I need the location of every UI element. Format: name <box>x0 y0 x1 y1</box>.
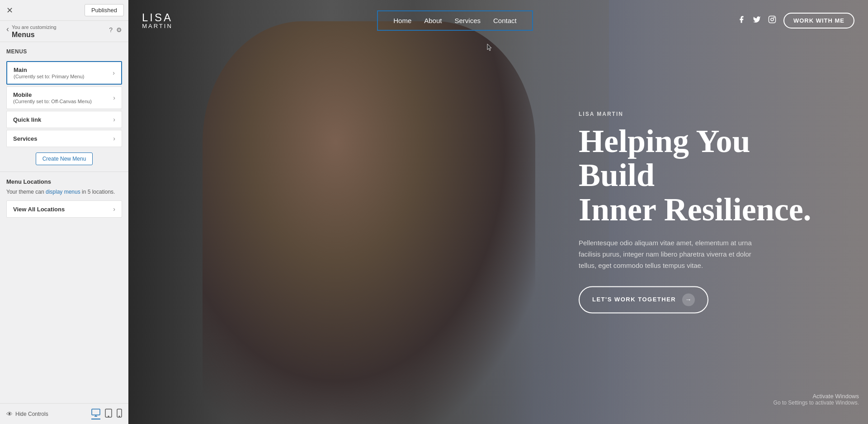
nav-about[interactable]: About <box>418 17 448 24</box>
menus-section: Menus <box>0 42 128 61</box>
close-button[interactable]: ✕ <box>5 4 15 17</box>
chevron-right-icon: › <box>113 94 115 101</box>
customizing-icons: ? ⚙ <box>109 24 122 33</box>
mobile-view-button[interactable] <box>117 409 122 419</box>
create-menu-wrap: Create New Menu <box>0 148 128 172</box>
customizing-bar: ‹ You are customizing Menus ? ⚙ <box>0 21 128 42</box>
customizing-label: You are customizing <box>12 24 109 30</box>
tablet-view-button[interactable] <box>105 409 112 419</box>
menu-item-mobile[interactable]: Mobile (Currently set to: Off-Canvas Men… <box>6 86 122 109</box>
help-button[interactable]: ? <box>109 26 113 33</box>
menu-item-main-sub: (Currently set to: Primary Menu) <box>14 74 84 79</box>
back-button[interactable]: ‹ <box>6 24 12 34</box>
display-menus-link[interactable]: display menus <box>46 189 80 195</box>
work-with-me-button[interactable]: WORK WITH ME <box>783 13 854 29</box>
cta-button[interactable]: LET'S WORK TOGETHER → <box>579 286 708 313</box>
svg-point-4 <box>108 416 109 417</box>
nav-services[interactable]: Services <box>448 17 487 24</box>
activate-windows-title: Activate Windows <box>774 393 859 400</box>
menu-locations-desc: Your theme can display menus in 5 locati… <box>6 188 122 196</box>
menu-item-main-name: Main <box>14 67 84 73</box>
facebook-icon[interactable] <box>737 15 745 26</box>
header-right: WORK WITH ME <box>737 13 854 29</box>
bottom-bar: 👁 Hide Controls <box>0 403 128 424</box>
svg-rect-0 <box>92 409 100 415</box>
windows-activation-watermark: Activate Windows Go to Settings to activ… <box>774 393 859 406</box>
menu-item-services[interactable]: Services › <box>6 130 122 147</box>
device-icons <box>91 409 122 419</box>
published-button[interactable]: Published <box>85 4 124 16</box>
menu-list: Main (Currently set to: Primary Menu) › … <box>0 61 128 148</box>
locations-desc-prefix: Your theme can <box>6 189 46 195</box>
instagram-icon[interactable] <box>768 15 776 26</box>
chevron-right-icon: › <box>113 69 115 76</box>
svg-point-8 <box>771 18 774 21</box>
menu-item-mobile-name: Mobile <box>13 91 92 98</box>
menu-item-quicklink[interactable]: Quick link › <box>6 111 122 128</box>
eye-icon: 👁 <box>6 410 13 418</box>
primary-navigation: Home About Services Contact <box>377 10 533 31</box>
hero-content: LISA MARTIN Helping You Build Inner Resi… <box>579 111 832 313</box>
cta-label: LET'S WORK TOGETHER <box>592 296 676 303</box>
nav-home[interactable]: Home <box>387 17 418 24</box>
locations-desc-suffix: in 5 locations. <box>80 189 115 195</box>
settings-button[interactable]: ⚙ <box>116 26 122 33</box>
logo-first-name: LISA <box>142 12 173 23</box>
hero-author: LISA MARTIN <box>579 111 832 117</box>
menu-item-main[interactable]: Main (Currently set to: Primary Menu) › <box>6 61 122 85</box>
view-all-label: View All Locations <box>13 206 65 213</box>
menu-item-services-name: Services <box>13 135 38 142</box>
hide-controls-button[interactable]: 👁 Hide Controls <box>6 410 48 418</box>
hero-description: Pellentesque odio aliquam vitae amet, el… <box>579 238 769 272</box>
site-header: LISA MARTIN Home About Services Contact <box>128 0 868 41</box>
chevron-right-icon: › <box>113 116 115 123</box>
menu-item-quicklink-name: Quick link <box>13 116 41 123</box>
chevron-right-icon: › <box>113 135 115 142</box>
cta-arrow-icon: → <box>682 293 695 306</box>
svg-point-9 <box>774 17 774 18</box>
menu-item-mobile-sub: (Currently set to: Off-Canvas Menu) <box>13 99 92 104</box>
view-all-locations-item[interactable]: View All Locations › <box>6 200 122 218</box>
customizing-section-title: Menus <box>12 31 109 39</box>
customizing-info: You are customizing Menus <box>12 24 109 39</box>
twitter-icon[interactable] <box>753 15 761 26</box>
mouse-cursor <box>487 43 492 52</box>
hero-background: LISA MARTIN Home About Services Contact <box>128 0 868 424</box>
svg-point-6 <box>119 416 120 417</box>
hide-controls-label: Hide Controls <box>15 411 48 417</box>
menus-section-title: Menus <box>6 48 122 55</box>
desktop-view-button[interactable] <box>91 409 100 419</box>
customizer-panel: ✕ Published ‹ You are customizing Menus … <box>0 0 128 424</box>
site-preview: LISA MARTIN Home About Services Contact <box>128 0 868 424</box>
site-logo: LISA MARTIN <box>142 12 173 29</box>
activate-windows-subtitle: Go to Settings to activate Windows. <box>774 400 859 406</box>
create-new-menu-button[interactable]: Create New Menu <box>36 152 93 165</box>
nav-contact[interactable]: Contact <box>487 17 523 24</box>
menu-locations-section: Menu Locations Your theme can display me… <box>0 172 128 224</box>
hero-title: Helping You Build Inner Resilience. <box>579 124 832 227</box>
menu-locations-title: Menu Locations <box>6 178 122 185</box>
svg-rect-7 <box>769 16 775 23</box>
chevron-right-icon: › <box>113 205 115 213</box>
logo-last-name: MARTIN <box>142 23 173 29</box>
top-bar: ✕ Published <box>0 0 128 21</box>
